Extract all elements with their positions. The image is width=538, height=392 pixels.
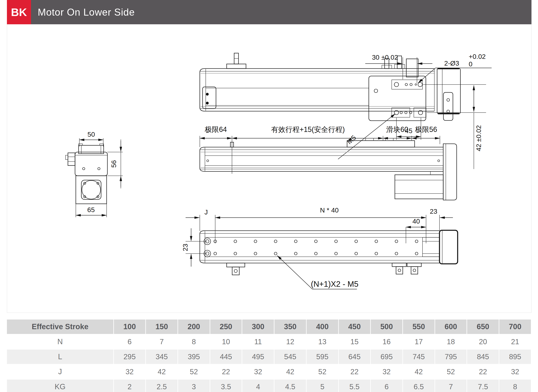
col-header-stroke-550: 550 bbox=[403, 320, 435, 334]
col-header-stroke-500: 500 bbox=[371, 320, 403, 334]
cell-J-500: 32 bbox=[371, 364, 403, 379]
col-header-stroke-700: 700 bbox=[499, 320, 531, 334]
row-label-J: J bbox=[7, 364, 114, 379]
col-header-stroke-250: 250 bbox=[210, 320, 242, 334]
row-label-L: L bbox=[7, 349, 114, 364]
cell-L-350: 545 bbox=[274, 349, 306, 364]
cell-L-550: 745 bbox=[403, 349, 435, 364]
col-header-stroke-350: 350 bbox=[274, 320, 306, 334]
col-header-effective-stroke: Effective Stroke bbox=[7, 320, 114, 334]
cell-J-400: 52 bbox=[306, 364, 339, 379]
cell-KG-650: 7.5 bbox=[467, 379, 499, 392]
cell-N-500: 16 bbox=[371, 334, 403, 349]
row-label-KG: KG bbox=[7, 379, 114, 392]
cell-N-650: 20 bbox=[467, 334, 499, 349]
cell-N-450: 15 bbox=[339, 334, 371, 349]
col-header-stroke-300: 300 bbox=[242, 320, 274, 334]
cell-J-150: 42 bbox=[146, 364, 178, 379]
col-header-stroke-100: 100 bbox=[114, 320, 146, 334]
drawing-panel bbox=[7, 24, 532, 313]
cell-KG-500: 6 bbox=[371, 379, 403, 392]
table-row-N: N67810111213151617182021 bbox=[7, 334, 531, 349]
spec-table-body: N67810111213151617182021L295345395445495… bbox=[7, 334, 531, 392]
cell-J-250: 22 bbox=[210, 364, 242, 379]
row-label-N: N bbox=[7, 334, 114, 349]
col-header-stroke-400: 400 bbox=[306, 320, 339, 334]
cell-L-650: 845 bbox=[467, 349, 499, 364]
series-badge: BK bbox=[7, 0, 31, 24]
cell-L-300: 495 bbox=[242, 349, 274, 364]
cell-L-600: 795 bbox=[435, 349, 467, 364]
cell-N-350: 12 bbox=[274, 334, 306, 349]
col-header-stroke-200: 200 bbox=[178, 320, 210, 334]
cell-KG-700: 8 bbox=[499, 379, 531, 392]
cell-N-700: 21 bbox=[499, 334, 531, 349]
cell-J-350: 42 bbox=[274, 364, 306, 379]
cell-J-200: 52 bbox=[178, 364, 210, 379]
col-header-stroke-150: 150 bbox=[146, 320, 178, 334]
cell-KG-100: 2 bbox=[114, 379, 146, 392]
cell-KG-400: 5 bbox=[306, 379, 339, 392]
table-row-KG: KG22.533.544.555.566.577.58 bbox=[7, 379, 531, 392]
cell-L-250: 445 bbox=[210, 349, 242, 364]
cell-L-200: 395 bbox=[178, 349, 210, 364]
spec-table-header: Effective Stroke100150200250300350400450… bbox=[7, 320, 531, 334]
table-row-J: J32425222324252223242522232 bbox=[7, 364, 531, 379]
page-header: BK Motor On Lower Side bbox=[7, 0, 532, 24]
cell-KG-150: 2.5 bbox=[146, 379, 178, 392]
cell-J-550: 42 bbox=[403, 364, 435, 379]
cell-N-550: 17 bbox=[403, 334, 435, 349]
cell-J-450: 22 bbox=[339, 364, 371, 379]
cell-KG-250: 3.5 bbox=[210, 379, 242, 392]
col-header-stroke-450: 450 bbox=[339, 320, 371, 334]
cell-J-300: 32 bbox=[242, 364, 274, 379]
col-header-stroke-650: 650 bbox=[467, 320, 499, 334]
cell-L-450: 645 bbox=[339, 349, 371, 364]
cell-J-600: 52 bbox=[435, 364, 467, 379]
cell-N-200: 8 bbox=[178, 334, 210, 349]
spec-table: Effective Stroke100150200250300350400450… bbox=[7, 320, 532, 392]
cell-N-100: 6 bbox=[114, 334, 146, 349]
cell-L-500: 695 bbox=[371, 349, 403, 364]
cell-L-100: 295 bbox=[114, 349, 146, 364]
cell-L-150: 345 bbox=[146, 349, 178, 364]
cell-L-400: 595 bbox=[306, 349, 339, 364]
cell-L-700: 895 bbox=[499, 349, 531, 364]
cell-N-400: 13 bbox=[306, 334, 339, 349]
cell-N-150: 7 bbox=[146, 334, 178, 349]
page-title: Motor On Lower Side bbox=[31, 0, 135, 24]
col-header-stroke-600: 600 bbox=[435, 320, 467, 334]
cell-J-100: 32 bbox=[114, 364, 146, 379]
table-row-L: L295345395445495545595645695745795845895 bbox=[7, 349, 531, 364]
cell-N-250: 10 bbox=[210, 334, 242, 349]
cell-N-600: 18 bbox=[435, 334, 467, 349]
cell-J-650: 22 bbox=[467, 364, 499, 379]
cell-KG-450: 5.5 bbox=[339, 379, 371, 392]
cell-KG-200: 3 bbox=[178, 379, 210, 392]
cell-N-300: 11 bbox=[242, 334, 274, 349]
cell-KG-350: 4.5 bbox=[274, 379, 306, 392]
cell-KG-600: 7 bbox=[435, 379, 467, 392]
cell-KG-300: 4 bbox=[242, 379, 274, 392]
cell-J-700: 32 bbox=[499, 364, 531, 379]
cell-KG-550: 6.5 bbox=[403, 379, 435, 392]
